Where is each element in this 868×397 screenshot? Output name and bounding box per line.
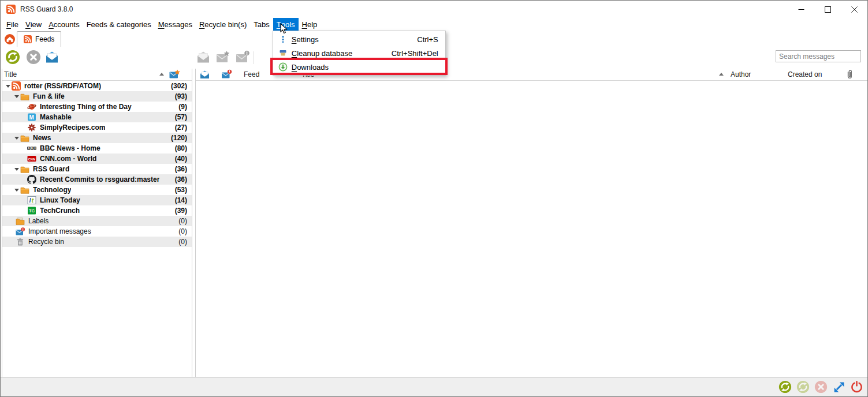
expand-arrow-icon[interactable] <box>13 189 20 192</box>
menu-file[interactable]: File <box>3 18 22 31</box>
menu-item-settings[interactable]: Settings Ctrl+S <box>273 32 445 46</box>
menu-item-downloads[interactable]: Downloads <box>273 60 445 74</box>
open-envelope-gray-icon <box>196 50 211 65</box>
feeds-column-title[interactable]: Title <box>4 70 17 78</box>
rss-guard-app-icon <box>6 5 16 14</box>
settings-icon <box>275 35 290 44</box>
status-bar <box>1 377 867 396</box>
menu-recycle-bins[interactable]: Recycle bin(s) <box>196 18 250 31</box>
update-all-feeds-button[interactable] <box>778 380 792 394</box>
feed-row-category[interactable]: RSS Guard (36) <box>2 164 192 174</box>
close-button[interactable] <box>841 1 867 18</box>
feed-row[interactable]: SimplyRecipes.com (27) <box>2 122 192 133</box>
messages-column-feed[interactable]: Feed <box>244 70 259 78</box>
feed-row[interactable]: Recent Commits to rssguard:master (36) <box>2 174 192 185</box>
sort-ascending-icon <box>159 73 164 76</box>
menu-messages[interactable]: Messages <box>155 18 196 31</box>
cnn-icon: CNN <box>27 154 36 163</box>
unread-count: (53) <box>175 186 192 194</box>
feeds-tab-icon <box>24 35 32 43</box>
stop-update-button[interactable] <box>26 50 41 65</box>
feed-row-recycle-bin[interactable]: Recycle bin (0) <box>2 237 192 247</box>
unread-count: (40) <box>175 155 192 163</box>
unread-count: (36) <box>175 175 192 183</box>
unread-count: (9) <box>178 103 192 111</box>
update-feeds-button[interactable] <box>5 50 20 65</box>
feed-row-category[interactable]: Fun & life (93) <box>2 91 192 102</box>
feed-row[interactable]: Interesting Thing of the Day (9) <box>2 102 192 112</box>
feed-row-category[interactable]: News (120) <box>2 133 192 143</box>
refresh-icon <box>778 380 792 394</box>
read-status-column-icon[interactable] <box>199 69 210 80</box>
mark-starred-disabled-button[interactable] <box>215 50 230 65</box>
labels-folder-icon <box>16 216 25 226</box>
window-title: RSS Guard 3.8.0 <box>20 5 73 13</box>
stop-updates-disabled-button[interactable] <box>814 380 828 394</box>
feed-row[interactable]: TC TechCrunch (39) <box>2 205 192 216</box>
mark-read-button[interactable] <box>44 50 59 65</box>
rss-account-icon <box>12 81 21 91</box>
downloads-icon <box>275 62 290 72</box>
folder-icon <box>20 92 29 101</box>
stop-icon <box>814 380 828 394</box>
feed-row[interactable]: CNN CNN.com - World (40) <box>2 153 192 164</box>
fullscreen-button[interactable] <box>832 380 845 394</box>
shortcut-label: Ctrl+Shift+Del <box>392 49 445 58</box>
envelope-star-gray-icon <box>215 50 230 65</box>
important-message-icon <box>16 227 25 236</box>
quit-button[interactable] <box>850 380 863 394</box>
importance-column-icon[interactable] <box>221 69 232 80</box>
feed-row-category[interactable]: Technology (53) <box>2 185 192 195</box>
panel-splitter[interactable] <box>192 69 192 378</box>
feed-row-important[interactable]: Important messages (0) <box>2 226 192 237</box>
menu-accounts[interactable]: Accounts <box>45 18 83 31</box>
expand-arrow-icon[interactable] <box>4 85 12 88</box>
unread-count: (302) <box>171 82 192 90</box>
messages-panel-left-border <box>195 69 196 378</box>
feed-row-labels[interactable]: Labels (0) <box>2 216 192 226</box>
menu-item-cleanup-database[interactable]: Cleanup database Ctrl+Shift+Del <box>273 46 445 60</box>
unread-count: (0) <box>178 238 192 246</box>
unread-count: (0) <box>178 217 192 225</box>
refresh-icon <box>5 50 20 65</box>
feed-row[interactable]: lt Linux Today (14) <box>2 195 192 205</box>
svg-text:B: B <box>28 147 29 149</box>
power-icon <box>850 380 863 394</box>
unread-count-column-icon[interactable] <box>169 69 180 79</box>
folder-icon <box>20 185 29 194</box>
messages-column-created[interactable]: Created on <box>788 70 822 78</box>
menu-help[interactable]: Help <box>299 18 321 31</box>
unread-count: (57) <box>175 113 192 121</box>
expand-arrow-icon[interactable] <box>13 95 20 98</box>
update-selected-feeds-disabled-button[interactable] <box>796 380 810 394</box>
menu-feeds-categories[interactable]: Feeds & categories <box>83 18 155 31</box>
tools-dropdown-menu: Settings Ctrl+S Cleanup database Ctrl+Sh… <box>273 31 446 76</box>
minimize-button[interactable] <box>788 1 814 18</box>
mark-all-read-disabled-button[interactable] <box>196 50 211 65</box>
menu-view[interactable]: View <box>22 18 45 31</box>
svg-text:CNN: CNN <box>28 158 35 161</box>
stop-icon <box>26 50 41 65</box>
github-icon <box>27 175 36 184</box>
maximize-button[interactable] <box>814 1 841 18</box>
attachment-column-icon[interactable] <box>846 69 854 80</box>
rss-guard-window: RSS Guard 3.8.0 File View Accounts Feeds… <box>0 0 868 397</box>
techcrunch-icon: TC <box>27 206 36 215</box>
tab-feeds[interactable]: Feeds <box>17 31 61 47</box>
home-button[interactable] <box>2 32 17 46</box>
feed-row-account[interactable]: rotter (RSS/RDF/ATOM) (302) <box>2 81 192 91</box>
feed-row[interactable]: BBC BBC News - Home (80) <box>2 143 192 153</box>
search-messages-input[interactable] <box>776 50 861 62</box>
planet-icon <box>27 102 36 111</box>
mark-important-disabled-button[interactable] <box>235 50 250 65</box>
title-bar[interactable]: RSS Guard 3.8.0 <box>1 1 867 18</box>
messages-column-author[interactable]: Author <box>731 70 751 78</box>
refresh-icon <box>796 380 810 394</box>
shortcut-label: Ctrl+S <box>417 35 445 44</box>
menu-tools[interactable]: Tools Settings Ctrl+S Cleanup databa <box>273 18 299 31</box>
feed-row[interactable]: M Mashable (57) <box>2 112 192 122</box>
expand-arrow-icon[interactable] <box>13 137 20 140</box>
feeds-tree: rotter (RSS/RDF/ATOM) (302) Fun & life (… <box>2 81 192 247</box>
expand-arrow-icon[interactable] <box>13 168 20 171</box>
menu-tabs[interactable]: Tabs <box>250 18 273 31</box>
